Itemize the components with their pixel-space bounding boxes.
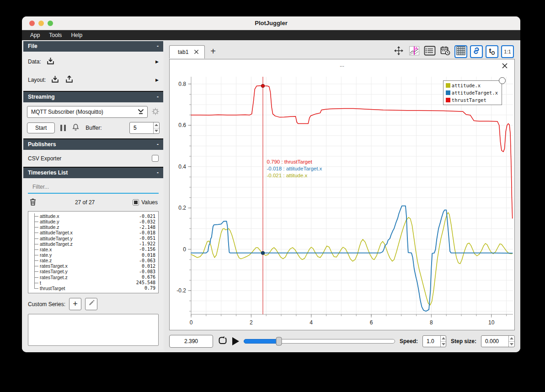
load-layout-button[interactable] (50, 74, 60, 85)
timeseries-row[interactable]: ratesTarget.x0.012 (32, 263, 155, 269)
plot-title[interactable]: ... (170, 62, 514, 68)
datetime-format-button[interactable] (439, 45, 452, 58)
spin-up-icon[interactable] (510, 337, 513, 339)
delete-series-button[interactable] (29, 197, 37, 207)
csv-exporter-checkbox[interactable] (152, 155, 159, 162)
svg-text:0: 0 (190, 319, 193, 326)
chart-svg[interactable]: 0246810-0.200.20.40.60.8 0.790 : thrustT… (170, 71, 518, 333)
collapse-icon[interactable]: - (157, 170, 159, 176)
new-tab-button[interactable]: + (205, 46, 221, 57)
file-section-header[interactable]: File - (23, 41, 163, 52)
buffer-spinbox[interactable] (129, 122, 160, 134)
maximize-window-button[interactable] (48, 21, 53, 26)
play-button[interactable] (232, 337, 239, 345)
timeseries-row[interactable]: attitude.y-0.032 (32, 219, 155, 224)
tab-tab1[interactable]: tab1 (169, 45, 205, 58)
notifications-button[interactable] (71, 123, 80, 133)
svg-text:0.790 : thrustTarget: 0.790 : thrustTarget (267, 159, 312, 164)
import-layout-icon (50, 74, 60, 85)
file-section-title: File (28, 43, 37, 49)
chart-legend[interactable]: attitude.xattitudeTarget.xthrustTarget (443, 80, 502, 105)
legend-item[interactable]: thrustTarget (446, 97, 498, 103)
plot-close-button[interactable] (502, 63, 508, 70)
menu-help[interactable]: Help (66, 30, 87, 40)
legend-toggle-knob[interactable] (499, 77, 506, 84)
buffer-spin-arrows[interactable] (153, 122, 159, 133)
curve-list-button[interactable] (423, 45, 436, 58)
streaming-source-select[interactable]: MQTT Subscriber (Mosquitto) (27, 106, 148, 118)
collapse-icon[interactable]: - (157, 43, 159, 49)
timeseries-row[interactable]: attitude.z-2.148 (32, 224, 155, 230)
spin-up-icon[interactable] (155, 124, 158, 126)
grid-toggle-button[interactable] (454, 45, 467, 58)
ratio-1-1-button[interactable]: 1:1 (501, 45, 514, 58)
data-more-arrow-icon[interactable]: ▶ (155, 59, 159, 64)
minimize-window-button[interactable] (38, 21, 44, 26)
step-size-input[interactable] (481, 336, 508, 347)
load-data-button[interactable] (46, 56, 55, 67)
legend-item[interactable]: attitude.x (446, 83, 498, 88)
spin-down-icon[interactable] (155, 130, 158, 132)
time-display[interactable] (169, 335, 213, 348)
timeline-slider-handle[interactable] (276, 337, 282, 346)
step-spin-arrows[interactable] (508, 336, 514, 347)
svg-text:-0.021 : attitude.x: -0.021 : attitude.x (267, 173, 307, 178)
time-offset-button[interactable]: tO (486, 45, 498, 58)
step-size-spinbox[interactable] (481, 335, 515, 347)
legend-swatch-icon (446, 98, 450, 102)
timeseries-row[interactable]: ratesTarget.z0.676 (32, 275, 155, 280)
values-checkbox[interactable] (133, 199, 139, 206)
spin-down-icon[interactable] (510, 343, 513, 345)
filter-input[interactable] (28, 184, 159, 193)
move-arrows-icon (394, 46, 404, 57)
spin-down-icon[interactable] (442, 343, 445, 345)
menu-app[interactable]: App (26, 30, 44, 40)
timeseries-section-header[interactable]: Timeseries List - (23, 168, 163, 178)
timeseries-tree[interactable]: attitude.x-0.021attitude.y-0.032attitude… (28, 211, 159, 293)
time-input[interactable] (170, 335, 213, 347)
svg-text:0.6: 0.6 (178, 122, 186, 128)
save-layout-button[interactable] (64, 74, 74, 85)
timeseries-row[interactable]: attitudeTarget.y-0.051 (32, 236, 155, 241)
pause-streaming-button[interactable] (60, 125, 66, 131)
svg-text:8: 8 (430, 319, 433, 326)
add-custom-series-button[interactable]: + (69, 298, 81, 310)
timeseries-value: 0.018 (142, 253, 155, 258)
timeseries-row[interactable]: thrustTarget0.79 (32, 286, 155, 291)
publishers-section-header[interactable]: Publishers - (23, 139, 163, 150)
loop-playback-button[interactable] (218, 336, 228, 347)
export-layout-icon (64, 74, 74, 85)
timeseries-row[interactable]: ratesTarget.y-0.083 (32, 269, 155, 274)
chart-area[interactable]: 0246810-0.200.20.40.60.8 0.790 : thrustT… (170, 71, 514, 329)
edit-custom-series-button[interactable] (85, 298, 97, 310)
tab-bar: tab1 + (169, 44, 515, 59)
collapse-icon[interactable]: - (157, 141, 159, 148)
streaming-section-header[interactable]: Streaming - (23, 92, 163, 102)
timeseries-row[interactable]: rate.y0.018 (32, 252, 155, 258)
speed-spin-arrows[interactable] (440, 336, 446, 347)
speed-input[interactable] (423, 336, 440, 347)
close-window-button[interactable] (29, 21, 35, 26)
timeline-slider[interactable] (244, 339, 395, 344)
timeseries-row[interactable]: attitude.x-0.021 (32, 213, 155, 219)
streaming-settings-button[interactable] (151, 107, 160, 117)
layout-more-arrow-icon[interactable]: ▶ (155, 78, 159, 82)
start-streaming-button[interactable]: Start (27, 122, 55, 133)
buffer-input[interactable] (130, 122, 153, 133)
timeseries-row[interactable]: rate.z-0.063 (32, 258, 155, 263)
menu-tools[interactable]: Tools (44, 30, 66, 40)
timeseries-row[interactable]: attitudeTarget.x-0.018 (32, 230, 155, 235)
tab-close-icon[interactable] (194, 48, 199, 56)
close-icon (502, 64, 508, 70)
speed-spinbox[interactable] (422, 335, 446, 347)
timeseries-row[interactable]: rate.x-0.156 (32, 247, 155, 252)
custom-series-list[interactable] (28, 314, 159, 346)
collapse-icon[interactable]: - (157, 94, 159, 100)
legend-item[interactable]: attitudeTarget.x (446, 90, 498, 95)
timeseries-row[interactable]: attitudeTarget.z-1.922 (32, 241, 155, 247)
spin-up-icon[interactable] (442, 337, 445, 339)
timeseries-row[interactable]: t245.548 (32, 280, 155, 286)
zoom-annotation-tool-button[interactable]: A (408, 45, 421, 58)
pan-tool-button[interactable] (392, 45, 405, 58)
link-axes-button[interactable] (470, 45, 483, 58)
